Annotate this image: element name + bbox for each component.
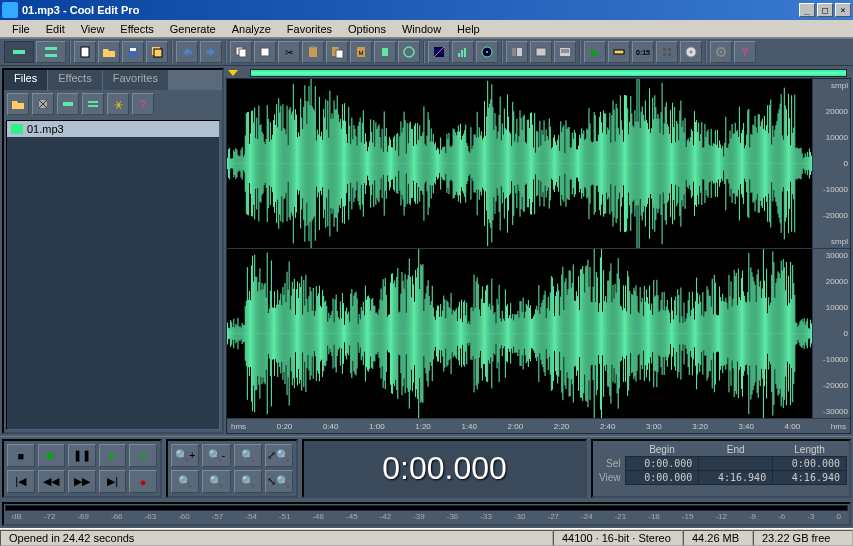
svg-rect-429 xyxy=(628,134,629,192)
svg-rect-272 xyxy=(464,130,465,197)
tab-favorites[interactable]: Favorites xyxy=(103,70,169,90)
waveform-right-channel[interactable]: 3000020000100000-10000-20000-30000 xyxy=(227,249,850,419)
svg-rect-232 xyxy=(422,132,423,194)
pause-button[interactable]: ❚❚ xyxy=(68,444,96,467)
zoom-out-horiz-button[interactable]: 🔍- xyxy=(202,444,230,467)
svg-rect-933 xyxy=(569,270,570,396)
svg-rect-249 xyxy=(440,138,441,190)
redo-button[interactable] xyxy=(200,41,222,63)
svg-rect-498 xyxy=(700,134,701,193)
zoom-in-left-button[interactable]: 🔍 xyxy=(171,470,199,493)
cd-button[interactable] xyxy=(680,41,702,63)
zoom-prev-button[interactable]: 🔍 xyxy=(234,470,262,493)
svg-rect-415 xyxy=(614,110,615,218)
close-button[interactable]: × xyxy=(835,3,851,17)
level-meter[interactable]: dB-72-69-66-63-60-57-54-51-48-45-42-39-3… xyxy=(2,502,851,526)
svg-rect-822 xyxy=(453,310,454,358)
file-item[interactable]: 01.mp3 xyxy=(7,121,219,137)
file-list[interactable]: 01.mp3 xyxy=(6,120,220,430)
properties-button[interactable] xyxy=(530,41,552,63)
files-insert-button[interactable] xyxy=(57,93,79,115)
menu-help[interactable]: Help xyxy=(449,22,488,36)
paste-new-button[interactable] xyxy=(326,41,348,63)
zoom-in-right-button[interactable]: 🔍 xyxy=(202,470,230,493)
play-clip-button[interactable]: ▶ xyxy=(584,41,606,63)
trim-button[interactable] xyxy=(374,41,396,63)
menu-window[interactable]: Window xyxy=(394,22,449,36)
play-to-end-button[interactable]: ⏵ xyxy=(99,444,127,467)
view-length-value[interactable]: 4:16.940 xyxy=(773,471,847,485)
rewind-button[interactable]: ◀◀ xyxy=(38,470,66,493)
phase-analysis-button[interactable] xyxy=(476,41,498,63)
record-button[interactable]: ● xyxy=(129,470,157,493)
menu-generate[interactable]: Generate xyxy=(162,22,224,36)
open-button[interactable] xyxy=(98,41,120,63)
menu-file[interactable]: File xyxy=(4,22,38,36)
svg-rect-456 xyxy=(656,119,657,209)
go-end-button[interactable]: ▶| xyxy=(99,470,127,493)
copy-new-button[interactable] xyxy=(254,41,276,63)
view-begin-value[interactable]: 0:00.000 xyxy=(625,471,699,485)
files-close-button[interactable] xyxy=(32,93,54,115)
play-loop-button[interactable]: ∞ xyxy=(129,444,157,467)
forward-button[interactable]: ▶▶ xyxy=(68,470,96,493)
svg-rect-302 xyxy=(495,126,496,202)
waveform-left-channel[interactable]: smpl20000100000-10000-20000smpl xyxy=(227,79,850,249)
files-edit-button[interactable] xyxy=(82,93,104,115)
play-button[interactable]: ▶ xyxy=(38,444,66,467)
sel-length-value[interactable]: 0:00.000 xyxy=(773,457,847,471)
undo-button[interactable] xyxy=(176,41,198,63)
view-end-value[interactable]: 4:16.940 xyxy=(699,471,773,485)
sel-end-value[interactable] xyxy=(699,457,773,471)
minimize-button[interactable]: _ xyxy=(799,3,815,17)
spectral-button[interactable] xyxy=(428,41,450,63)
copy-button[interactable] xyxy=(230,41,252,63)
overview-bar[interactable] xyxy=(226,68,851,78)
sel-begin-value[interactable]: 0:00.000 xyxy=(625,457,699,471)
zoom-full-button[interactable]: 🔍 xyxy=(234,444,262,467)
new-button[interactable] xyxy=(74,41,96,63)
zoom-selection-button[interactable]: ⤢🔍 xyxy=(265,444,293,467)
menu-analyze[interactable]: Analyze xyxy=(224,22,279,36)
save-button[interactable] xyxy=(122,41,144,63)
paste-button[interactable] xyxy=(302,41,324,63)
settings-button[interactable] xyxy=(710,41,732,63)
cue-list-button[interactable] xyxy=(554,41,576,63)
edit-view-toggle[interactable] xyxy=(4,41,34,63)
help-button[interactable]: ? xyxy=(734,41,756,63)
svg-rect-485 xyxy=(687,140,688,187)
tab-files[interactable]: Files xyxy=(4,70,48,90)
maximize-button[interactable]: □ xyxy=(817,3,833,17)
tab-effects[interactable]: Effects xyxy=(48,70,102,90)
files-options-button[interactable]: ⚹ xyxy=(107,93,129,115)
zoom-vert-button[interactable]: ⤡🔍 xyxy=(265,470,293,493)
zoom-in-horiz-button[interactable]: 🔍+ xyxy=(171,444,199,467)
convert-button[interactable] xyxy=(398,41,420,63)
svg-rect-171 xyxy=(359,122,360,205)
time-format-button[interactable]: 0:15 xyxy=(632,41,654,63)
multitrack-view-toggle[interactable] xyxy=(36,41,66,63)
files-open-button[interactable] xyxy=(7,93,29,115)
batch-button[interactable] xyxy=(146,41,168,63)
go-start-button[interactable]: |◀ xyxy=(7,470,35,493)
overview-range[interactable] xyxy=(250,69,847,77)
toggle-left-panel-button[interactable] xyxy=(506,41,528,63)
stop-button[interactable]: ■ xyxy=(7,444,35,467)
svg-rect-641 xyxy=(264,284,265,382)
menu-favorites[interactable]: Favorites xyxy=(279,22,340,36)
svg-rect-64 xyxy=(247,112,248,215)
menu-options[interactable]: Options xyxy=(340,22,394,36)
svg-rect-330 xyxy=(525,142,526,185)
time-display[interactable]: 0:00.000 xyxy=(302,439,587,498)
freq-analysis-button[interactable] xyxy=(452,41,474,63)
menu-view[interactable]: View xyxy=(73,22,113,36)
timeline-ruler[interactable]: hms0:200:401:001:201:402:002:202:403:003… xyxy=(227,419,850,433)
ruler-toggle-button[interactable] xyxy=(608,41,630,63)
files-help-button[interactable]: ? xyxy=(132,93,154,115)
menu-edit[interactable]: Edit xyxy=(38,22,73,36)
snapping-button[interactable] xyxy=(656,41,678,63)
mix-paste-button[interactable]: M xyxy=(350,41,372,63)
svg-rect-0 xyxy=(13,50,25,54)
cut-button[interactable]: ✂ xyxy=(278,41,300,63)
menu-effects[interactable]: Effects xyxy=(112,22,161,36)
